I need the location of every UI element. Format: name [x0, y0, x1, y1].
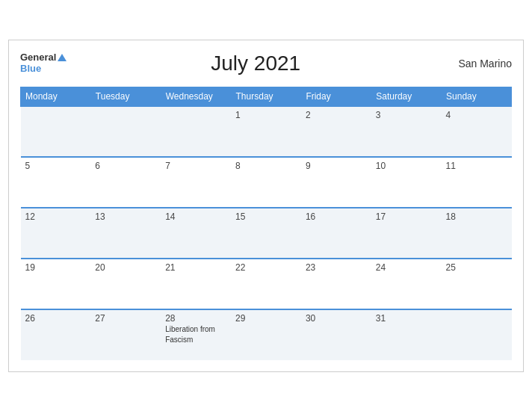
- calendar-cell: [161, 106, 231, 157]
- logo: General Blue: [20, 52, 66, 74]
- calendar-cell: 14: [161, 208, 231, 259]
- calendar-cell: 25: [442, 259, 512, 309]
- date-number: 3: [376, 110, 437, 120]
- date-number: 18: [446, 211, 507, 222]
- calendar-cell: 5: [21, 157, 91, 208]
- date-number: 1: [235, 110, 297, 120]
- date-number: 15: [235, 211, 297, 222]
- calendar-cell: 1: [231, 106, 301, 157]
- calendar-cell: 12: [21, 208, 91, 259]
- date-number: 30: [306, 313, 367, 324]
- date-number: 8: [235, 161, 297, 171]
- weekday-header-row: Monday Tuesday Wednesday Thursday Friday…: [21, 87, 512, 106]
- date-number: 2: [306, 110, 367, 120]
- date-number: 10: [376, 161, 437, 171]
- calendar-cell: 15: [231, 208, 301, 259]
- logo-general-text: General: [20, 52, 56, 63]
- date-number: 14: [165, 211, 226, 222]
- calendar-cell: 30: [301, 309, 371, 360]
- logo-triangle-icon: [58, 54, 66, 61]
- calendar-header: General Blue July 2021 San Marino: [20, 48, 512, 79]
- calendar-cell: 3: [371, 106, 442, 157]
- calendar-cell: 27: [90, 309, 161, 360]
- calendar-cell: 28Liberation from Fascism: [161, 309, 231, 360]
- calendar-cell: 26: [21, 309, 91, 360]
- calendar-cell: 29: [231, 309, 301, 360]
- calendar-cell: [442, 309, 512, 360]
- calendar-cell: 23: [301, 259, 371, 309]
- date-number: 28: [165, 313, 226, 324]
- date-number: 27: [95, 313, 156, 324]
- logo-blue-text: Blue: [20, 64, 66, 74]
- date-number: 17: [376, 211, 437, 222]
- calendar-cell: 19: [21, 259, 91, 309]
- header-saturday: Saturday: [371, 87, 442, 106]
- date-number: 25: [446, 262, 507, 273]
- date-number: 24: [376, 262, 437, 273]
- date-number: 31: [376, 313, 437, 324]
- calendar-cell: 17: [371, 208, 442, 259]
- calendar-grid: Monday Tuesday Wednesday Thursday Friday…: [20, 87, 512, 360]
- calendar-cell: [90, 106, 161, 157]
- calendar-cell: 31: [371, 309, 442, 360]
- calendar-cell: 22: [231, 259, 301, 309]
- date-number: 5: [25, 161, 87, 171]
- date-number: 19: [25, 262, 87, 273]
- date-number: 22: [235, 262, 297, 273]
- calendar-cell: 4: [442, 106, 512, 157]
- header-tuesday: Tuesday: [90, 87, 161, 106]
- date-number: 13: [95, 211, 156, 222]
- date-number: 29: [235, 313, 297, 324]
- calendar-cell: 21: [161, 259, 231, 309]
- date-number: 9: [306, 161, 367, 171]
- header-monday: Monday: [21, 87, 91, 106]
- calendar-cell: 9: [301, 157, 371, 208]
- date-number: 4: [446, 110, 507, 120]
- date-number: 23: [306, 262, 367, 273]
- calendar-week-row: 19202122232425: [21, 259, 512, 309]
- calendar-week-row: 262728Liberation from Fascism293031: [21, 309, 512, 360]
- date-number: 16: [306, 211, 367, 222]
- calendar-cell: 10: [371, 157, 442, 208]
- calendar-country: San Marino: [445, 58, 512, 69]
- calendar-cell: 6: [90, 157, 161, 208]
- date-number: 21: [165, 262, 226, 273]
- calendar-cell: 16: [301, 208, 371, 259]
- calendar-cell: 18: [442, 208, 512, 259]
- date-number: 7: [165, 161, 226, 171]
- calendar-cell: 8: [231, 157, 301, 208]
- calendar-cell: 11: [442, 157, 512, 208]
- calendar-cell: 13: [90, 208, 161, 259]
- calendar-title: July 2021: [66, 52, 445, 75]
- header-friday: Friday: [301, 87, 371, 106]
- calendar-cell: 20: [90, 259, 161, 309]
- calendar-week-row: 1234: [21, 106, 512, 157]
- date-number: 12: [25, 211, 87, 222]
- header-thursday: Thursday: [231, 87, 301, 106]
- calendar-week-row: 12131415161718: [21, 208, 512, 259]
- header-wednesday: Wednesday: [161, 87, 231, 106]
- calendar-cell: 24: [371, 259, 442, 309]
- date-number: 20: [95, 262, 156, 273]
- calendar-container: General Blue July 2021 San Marino Monday…: [8, 40, 524, 372]
- date-number: 6: [95, 161, 156, 171]
- calendar-week-row: 567891011: [21, 157, 512, 208]
- calendar-cell: 7: [161, 157, 231, 208]
- calendar-cell: [21, 106, 91, 157]
- date-number: 11: [446, 161, 507, 171]
- header-sunday: Sunday: [442, 87, 512, 106]
- date-number: 26: [25, 313, 87, 324]
- holiday-label: Liberation from Fascism: [165, 325, 215, 344]
- calendar-cell: 2: [301, 106, 371, 157]
